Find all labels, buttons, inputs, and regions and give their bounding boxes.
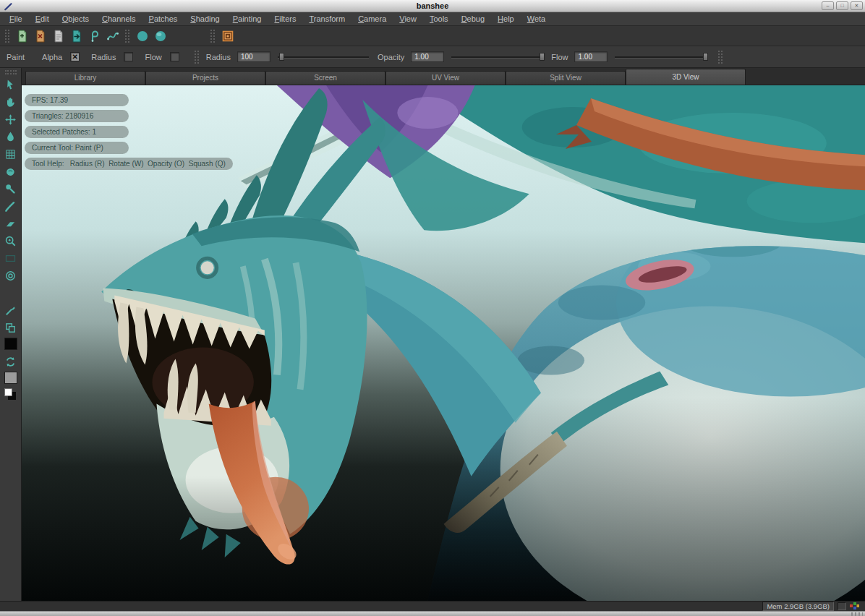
status-bar: Mem 2.9GB (3.9GB) <box>0 601 865 611</box>
paint-through-icon[interactable] <box>86 27 103 44</box>
memory-usage: Mem 2.9GB (3.9GB) <box>762 602 834 611</box>
toggle-flow: Flow <box>145 52 179 61</box>
paint-brush-tool-icon[interactable] <box>3 199 19 214</box>
tab-split-view[interactable]: Split View <box>506 71 626 85</box>
hud-pill: Current Tool: Paint (P) <box>25 142 129 154</box>
pan-tool-icon[interactable] <box>3 95 19 110</box>
sphere-brush-tool-icon[interactable] <box>3 286 19 301</box>
warp-tool-icon[interactable] <box>3 147 19 162</box>
close-project-icon[interactable] <box>32 27 48 44</box>
new-project-icon[interactable] <box>14 27 30 44</box>
toolbar-drag-handle[interactable] <box>718 51 723 64</box>
reset-colors-swatch[interactable] <box>4 388 12 396</box>
viewport-3d: FPS: 17.39Triangles: 2180916Selected Pat… <box>22 85 865 601</box>
main-area: LibraryProjectsScreenUV ViewSplit View3D… <box>0 68 865 601</box>
window-frame-bottom <box>0 611 865 616</box>
full-shading-icon[interactable] <box>170 27 187 44</box>
menu-transform[interactable]: Transform <box>302 14 351 23</box>
menu-edit[interactable]: Edit <box>29 14 56 23</box>
smear-tool-icon[interactable] <box>3 164 19 179</box>
menu-file[interactable]: File <box>3 14 29 23</box>
toggle-radius: Radius <box>91 52 133 61</box>
drop-tool-icon[interactable] <box>3 129 19 145</box>
menu-debug[interactable]: Debug <box>455 14 491 23</box>
curve-tool-icon[interactable] <box>104 27 121 44</box>
hud-pill: Selected Patches: 1 <box>25 126 129 138</box>
select-tool-icon[interactable] <box>3 77 19 93</box>
menu-weta[interactable]: Weta <box>521 14 552 23</box>
shading-toolbar-group <box>133 27 187 44</box>
tab-screen[interactable]: Screen <box>265 71 385 85</box>
toolbar-drag-handle[interactable] <box>125 30 129 43</box>
palette-drag-handle[interactable] <box>5 70 17 74</box>
checkbox-alpha[interactable]: ✕ <box>70 52 80 61</box>
flow-input[interactable]: 1.00 <box>574 51 608 62</box>
tab-projects[interactable]: Projects <box>145 71 265 85</box>
gradient-tool-icon[interactable] <box>3 251 19 266</box>
slider-label-radius: Radius <box>206 53 231 61</box>
close-button[interactable]: ✕ <box>851 1 863 10</box>
tab-bar: LibraryProjectsScreenUV ViewSplit View3D… <box>22 68 865 85</box>
radius-input[interactable]: 100 <box>237 51 270 62</box>
slider-thumb[interactable] <box>540 53 545 61</box>
vortex-tool-icon[interactable] <box>3 268 19 283</box>
menu-view[interactable]: View <box>393 14 423 23</box>
pen-tool-icon[interactable] <box>3 303 19 318</box>
tab-library[interactable]: Library <box>25 71 145 85</box>
menu-painting[interactable]: Painting <box>226 14 268 23</box>
radius-slider[interactable] <box>278 52 369 61</box>
hud-overlay: FPS: 17.39Triangles: 2180916Selected Pat… <box>25 94 233 170</box>
slider-thumb[interactable] <box>703 53 708 61</box>
save-project-icon[interactable] <box>50 27 67 44</box>
move-tool-icon[interactable] <box>3 112 19 127</box>
menu-channels[interactable]: Channels <box>95 14 142 23</box>
menu-help[interactable]: Help <box>491 14 521 23</box>
toolbar-drag-handle[interactable] <box>5 30 9 43</box>
maximize-button[interactable]: □ <box>836 1 848 10</box>
copy-patch-tool-icon[interactable] <box>3 320 19 335</box>
swap-colors-icon[interactable] <box>3 354 19 369</box>
minimize-button[interactable]: – <box>822 1 834 10</box>
active-tool-label: Paint <box>7 53 25 61</box>
tab-uv-view[interactable]: UV View <box>385 71 506 85</box>
flow-slider[interactable] <box>615 52 706 61</box>
tab-3d-view[interactable]: 3D View <box>626 69 746 85</box>
eraser-tool-icon[interactable] <box>3 216 19 231</box>
clone-stamp-tool-icon[interactable] <box>3 234 19 249</box>
window-title: banshee <box>0 1 865 10</box>
slider-group-opacity: Opacity1.00 <box>378 51 542 62</box>
slider-label-flow: Flow <box>551 53 568 61</box>
opacity-input[interactable]: 1.00 <box>411 51 444 62</box>
menu-camera[interactable]: Camera <box>351 14 393 23</box>
airbrush-tool-icon[interactable] <box>3 181 19 197</box>
checkbox-flow[interactable] <box>170 52 179 61</box>
menu-patches[interactable]: Patches <box>142 14 184 23</box>
basic-shading-icon[interactable] <box>152 27 169 44</box>
flat-shading-icon[interactable] <box>134 27 150 44</box>
app-window: banshee –□✕ FileEditObjectsChannelsPatch… <box>0 0 865 616</box>
projection-toolbar-group <box>218 27 237 44</box>
opacity-slider[interactable] <box>451 52 542 61</box>
menu-shading[interactable]: Shading <box>184 14 226 23</box>
background-color-swatch[interactable] <box>4 372 17 384</box>
slider-thumb[interactable] <box>279 53 284 61</box>
toolbar-drag-handle[interactable] <box>195 51 199 64</box>
checkbox-radius[interactable] <box>124 52 133 61</box>
paint-sliders: Radius100Opacity1.00Flow1.00 <box>206 51 715 62</box>
resize-grip[interactable] <box>851 612 863 616</box>
projection-mask-icon[interactable] <box>219 27 236 44</box>
slider-label-opacity: Opacity <box>378 53 404 61</box>
menu-objects[interactable]: Objects <box>56 14 95 23</box>
title-bar[interactable]: banshee –□✕ <box>0 0 865 12</box>
status-button[interactable] <box>838 602 846 610</box>
window-controls: –□✕ <box>822 1 863 10</box>
toolbar-drag-handle[interactable] <box>210 30 215 43</box>
menu-tools[interactable]: Tools <box>423 14 455 23</box>
export-icon[interactable] <box>68 27 85 44</box>
main-toolbar <box>0 26 865 46</box>
brush-app-icon <box>4 1 15 11</box>
paint-toggles: Alpha✕RadiusFlow <box>42 52 191 61</box>
foreground-color-swatch[interactable] <box>4 338 17 350</box>
menu-filters[interactable]: Filters <box>268 14 302 23</box>
hud-pill: FPS: 17.39 <box>25 94 129 106</box>
